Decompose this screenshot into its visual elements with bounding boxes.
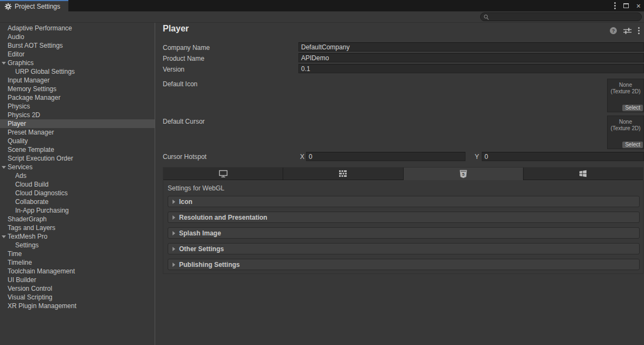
sidebar-item-label: TextMesh Pro	[8, 233, 47, 240]
platform-tab-standalone[interactable]	[163, 168, 283, 180]
sidebar-item-urp-global-settings[interactable]: URP Global Settings	[0, 67, 155, 76]
presets-icon[interactable]	[623, 28, 632, 34]
section-publishing-settings[interactable]: Publishing Settings	[168, 259, 640, 270]
maximize-icon[interactable]	[623, 3, 629, 8]
search-input[interactable]	[492, 13, 641, 21]
expander-right-icon	[173, 263, 175, 267]
sidebar-item-package-manager[interactable]: Package Manager	[0, 93, 155, 102]
sidebar-item-audio[interactable]: Audio	[0, 33, 155, 41]
expander-right-icon	[173, 231, 175, 235]
expander-down-icon[interactable]	[2, 62, 6, 65]
sidebar-item-timeline[interactable]: Timeline	[0, 258, 155, 267]
panel-menu-icon[interactable]	[638, 27, 640, 34]
project-settings-window: Project Settings × Adaptive Performance …	[0, 0, 644, 345]
sidebar-item-tmp-settings[interactable]: Settings	[0, 241, 155, 250]
sidebar-item-adaptive-performance[interactable]: Adaptive Performance	[0, 24, 155, 33]
sidebar-item-time[interactable]: Time	[0, 250, 155, 258]
expander-right-icon	[173, 215, 175, 220]
window-menu-icon[interactable]	[614, 2, 616, 9]
hotspot-x-input[interactable]	[306, 152, 466, 161]
hotspot-x-label: X	[300, 152, 304, 161]
server-icon	[339, 170, 347, 177]
sidebar-item-physics[interactable]: Physics	[0, 102, 155, 111]
section-label: Splash Image	[179, 229, 221, 237]
page-title: Player	[163, 24, 189, 34]
titlebar: Project Settings ×	[0, 0, 644, 11]
search-box[interactable]	[480, 12, 642, 21]
toolbar	[0, 11, 644, 23]
default-cursor-select-button[interactable]: Select	[622, 142, 643, 148]
product-name-input[interactable]	[298, 53, 644, 62]
default-icon-select-button[interactable]: Select	[622, 105, 643, 111]
settings-for-platform-label: Settings for WebGL	[168, 184, 225, 192]
default-cursor-object-field[interactable]: None (Texture 2D) Select	[607, 116, 644, 149]
sidebar-item-preset-manager[interactable]: Preset Manager	[0, 128, 155, 137]
tab-title: Project Settings	[15, 3, 60, 10]
sidebar-item-graphics[interactable]: Graphics	[0, 59, 155, 67]
sidebar-item-ui-builder[interactable]: UI Builder	[0, 276, 155, 284]
expander-right-icon	[173, 200, 175, 204]
sidebar-item-shadergraph[interactable]: ShaderGraph	[0, 215, 155, 223]
tab-project-settings[interactable]: Project Settings	[0, 0, 68, 11]
section-label: Publishing Settings	[179, 261, 240, 269]
sidebar-item-visual-scripting[interactable]: Visual Scripting	[0, 293, 155, 302]
sidebar-item-services[interactable]: Services	[0, 163, 155, 171]
sidebar-item-tags-and-layers[interactable]: Tags and Layers	[0, 223, 155, 232]
gear-icon	[4, 3, 12, 10]
sidebar-item-editor[interactable]: Editor	[0, 50, 155, 59]
hotspot-y-input[interactable]	[482, 152, 644, 161]
sidebar-item-ads[interactable]: Ads	[0, 171, 155, 180]
expander-right-icon	[173, 247, 175, 251]
help-icon[interactable]: ?	[610, 27, 617, 34]
sidebar-item-physics-2d[interactable]: Physics 2D	[0, 111, 155, 119]
sidebar-item-cloud-build[interactable]: Cloud Build	[0, 180, 155, 189]
company-name-label: Company Name	[163, 43, 210, 52]
sidebar-item-player[interactable]: Player	[0, 119, 155, 128]
cursor-hotspot-label: Cursor Hotspot	[163, 152, 207, 161]
platform-tab-webgl[interactable]: 5	[404, 168, 524, 180]
sidebar-item-memory-settings[interactable]: Memory Settings	[0, 85, 155, 93]
product-name-label: Product Name	[163, 54, 205, 63]
sidebar-item-version-control[interactable]: Version Control	[0, 284, 155, 293]
sidebar-item-scene-template[interactable]: Scene Template	[0, 145, 155, 154]
platform-tab-strip: 5	[163, 168, 643, 180]
section-label: Other Settings	[179, 245, 224, 253]
monitor-icon	[219, 170, 228, 178]
section-icon[interactable]: Icon	[168, 196, 640, 207]
sidebar-item-label: Graphics	[8, 59, 34, 67]
texture-value-line2: (Texture 2D)	[608, 88, 643, 95]
section-label: Icon	[179, 198, 193, 206]
texture-value-line1: None	[608, 82, 643, 88]
sidebar-item-script-execution-order[interactable]: Script Execution Order	[0, 154, 155, 163]
texture-value-line2: (Texture 2D)	[608, 125, 643, 132]
platform-settings-frame: 5 Settings for WebGL	[163, 167, 643, 274]
sidebar-item-xr-plugin-management[interactable]: XR Plugin Management	[0, 302, 155, 310]
platform-tab-dedicated-server[interactable]	[283, 168, 403, 180]
section-label: Resolution and Presentation	[179, 214, 267, 221]
sidebar-item-input-manager[interactable]: Input Manager	[0, 76, 155, 85]
sidebar-item-quality[interactable]: Quality	[0, 137, 155, 145]
sidebar-item-cloud-diagnostics[interactable]: Cloud Diagnostics	[0, 189, 155, 197]
expander-down-icon[interactable]	[2, 166, 6, 169]
sidebar-item-collaborate[interactable]: Collaborate	[0, 197, 155, 206]
texture-value-line1: None	[608, 119, 643, 125]
sidebar-item-textmesh-pro[interactable]: TextMesh Pro	[0, 232, 155, 241]
svg-text:5: 5	[462, 171, 464, 176]
section-splash-image[interactable]: Splash Image	[168, 227, 640, 239]
version-input[interactable]	[298, 64, 644, 73]
sidebar-item-burst-aot-settings[interactable]: Burst AOT Settings	[0, 41, 155, 50]
section-other-settings[interactable]: Other Settings	[168, 243, 640, 254]
platform-tab-windows-store[interactable]	[524, 168, 643, 180]
sidebar-item-toolchain-management[interactable]: Toolchain Management	[0, 267, 155, 276]
section-resolution-and-presentation[interactable]: Resolution and Presentation	[168, 212, 640, 223]
version-label: Version	[163, 65, 184, 74]
company-name-input[interactable]	[298, 42, 644, 52]
expander-down-icon[interactable]	[2, 235, 6, 238]
sidebar-item-in-app-purchasing[interactable]: In-App Purchasing	[0, 206, 155, 215]
default-icon-object-field[interactable]: None (Texture 2D) Select	[607, 79, 644, 112]
settings-category-sidebar: Adaptive Performance Audio Burst AOT Set…	[0, 23, 155, 345]
search-icon	[484, 15, 488, 18]
close-icon[interactable]: ×	[636, 2, 641, 10]
windows-icon	[579, 170, 587, 177]
hotspot-y-label: Y	[475, 152, 479, 161]
